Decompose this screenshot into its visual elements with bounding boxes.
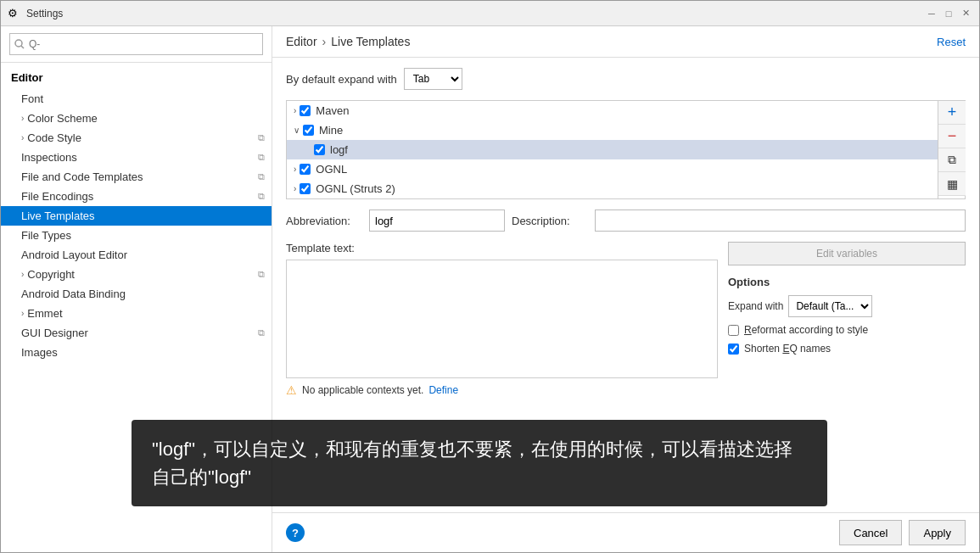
copy-template-button[interactable]: ⧉ (938, 148, 966, 172)
reformat-checkbox[interactable] (728, 325, 739, 336)
move-button[interactable]: ▦ (938, 172, 966, 196)
abbreviation-row: Abbreviation: Description: (286, 209, 966, 232)
minimize-button[interactable]: ─ (925, 7, 938, 20)
sidebar-item-android-layout-editor[interactable]: Android Layout Editor (1, 245, 272, 265)
tree-container: › Maven ∨ Mine logf (286, 100, 938, 199)
app-icon: ⚙ (8, 7, 21, 20)
expand-label: By default expand with (286, 73, 397, 86)
title-bar: ⚙ Settings ─ □ ✕ (1, 1, 979, 26)
template-text-label: Template text: (286, 242, 718, 254)
chevron-right-icon: › (294, 184, 296, 193)
template-textarea[interactable] (286, 260, 718, 378)
sidebar-item-font[interactable]: Font (1, 89, 272, 109)
sidebar-item-inspections[interactable]: Inspections ⧉ (1, 148, 272, 167)
reset-link[interactable]: Reset (937, 36, 966, 48)
maximize-button[interactable]: □ (942, 7, 955, 20)
sidebar-item-android-data-binding[interactable]: Android Data Binding (1, 284, 272, 304)
abbreviation-label: Abbreviation: (286, 215, 362, 227)
file-code-templates-label: File and Code Templates (21, 170, 143, 183)
images-label: Images (21, 346, 58, 359)
sidebar-item-file-code-templates[interactable]: File and Code Templates ⧉ (1, 167, 272, 187)
shorten-checkbox[interactable] (728, 344, 739, 355)
mine-checkbox[interactable] (303, 125, 314, 136)
sidebar-item-live-templates[interactable]: Live Templates (1, 206, 272, 226)
add-button[interactable]: + (938, 101, 966, 125)
expand-with-controls: By default expand with Tab Space Enter (286, 68, 966, 90)
panel-header: Editor › Live Templates Reset (272, 26, 979, 58)
shorten-label: Shorten EQ names (744, 343, 831, 355)
chevron-right-icon: › (21, 114, 24, 123)
reformat-label: Reformat according to style (744, 324, 868, 336)
expand-with-options-select[interactable]: Default (Ta... (788, 295, 872, 317)
inspections-label: Inspections (21, 151, 77, 164)
options-title: Options (728, 276, 966, 288)
warning-bar: ⚠ No applicable contexts yet. Define (286, 383, 718, 397)
ognl-struts2-checkbox[interactable] (300, 183, 311, 194)
cancel-button[interactable]: Cancel (839, 520, 902, 545)
tree-item-mine[interactable]: ∨ Mine (287, 120, 938, 140)
define-link[interactable]: Define (428, 384, 458, 396)
expand-select[interactable]: Tab Space Enter (404, 68, 462, 90)
search-box (1, 26, 272, 63)
tree-item-maven[interactable]: › Maven (287, 101, 938, 120)
window-title: Settings (26, 8, 925, 20)
tree-toolbar: + − ⧉ ▦ (938, 100, 966, 199)
apply-button[interactable]: Apply (909, 520, 966, 545)
copy-icon: ⧉ (258, 152, 265, 163)
sidebar-item-emmet[interactable]: › Emmet (1, 304, 272, 323)
close-button[interactable]: ✕ (959, 7, 972, 20)
sidebar-item-color-scheme[interactable]: › Color Scheme (1, 109, 272, 128)
sidebar-item-file-encodings[interactable]: File Encodings ⧉ (1, 187, 272, 206)
template-text-area: Template text: ⚠ No applicable contexts … (286, 242, 966, 397)
maven-checkbox[interactable] (300, 105, 311, 116)
template-section: Template text: ⚠ No applicable contexts … (286, 242, 718, 397)
copy-icon: ⧉ (258, 171, 265, 182)
help-button[interactable]: ? (286, 523, 305, 542)
sidebar-item-images[interactable]: Images (1, 343, 272, 362)
maven-label: Maven (316, 104, 349, 117)
shorten-row: Shorten EQ names (728, 343, 966, 355)
form-area: Abbreviation: Description: (286, 209, 966, 232)
breadcrumb-separator: › (322, 35, 327, 48)
chevron-right-icon: › (294, 106, 296, 115)
warning-icon: ⚠ (286, 383, 297, 397)
tree-item-ognl[interactable]: › OGNL (287, 159, 938, 179)
code-style-label: Code Style (27, 131, 81, 144)
copy-icon: ⧉ (258, 269, 265, 280)
expand-with-options-label: Expand with (728, 300, 783, 312)
sidebar-item-gui-designer[interactable]: GUI Designer ⧉ (1, 323, 272, 343)
chevron-down-icon: ∨ (294, 126, 300, 135)
color-scheme-label: Color Scheme (27, 112, 97, 125)
sidebar-item-copyright[interactable]: › Copyright ⧉ (1, 265, 272, 284)
options-section: Edit variables Options Expand with Defau… (728, 242, 966, 397)
logf-label: logf (330, 143, 348, 156)
search-input[interactable] (9, 33, 263, 55)
copy-icon: ⧉ (258, 191, 265, 202)
sidebar-item-file-types[interactable]: File Types (1, 226, 272, 245)
breadcrumb: Editor › Live Templates (286, 35, 410, 48)
tree-item-ognl-struts2[interactable]: › OGNL (Struts 2) (287, 179, 938, 198)
warning-text: No applicable contexts yet. (302, 384, 423, 396)
bottom-bar: ? Cancel Apply (272, 512, 979, 552)
templates-area: › Maven ∨ Mine logf (286, 100, 966, 199)
reformat-row: Reformat according to style (728, 324, 966, 336)
chevron-right-icon: › (21, 270, 24, 279)
abbreviation-input[interactable] (369, 209, 505, 232)
tree-item-logf[interactable]: logf (287, 140, 938, 159)
file-encodings-label: File Encodings (21, 190, 93, 203)
sidebar-group-editor: Editor (1, 66, 272, 89)
mine-label: Mine (319, 124, 343, 137)
sidebar-item-code-style[interactable]: › Code Style ⧉ (1, 128, 272, 148)
live-templates-label: Live Templates (21, 209, 94, 222)
file-types-label: File Types (21, 229, 71, 242)
android-data-binding-label: Android Data Binding (21, 288, 126, 300)
edit-variables-button[interactable]: Edit variables (728, 242, 966, 265)
remove-button[interactable]: − (938, 125, 966, 148)
ognl-label: OGNL (316, 163, 347, 176)
ognl-checkbox[interactable] (300, 164, 311, 175)
ognl-struts2-label: OGNL (Struts 2) (316, 182, 395, 195)
description-input[interactable] (595, 209, 966, 232)
chevron-right-icon: › (21, 133, 24, 142)
logf-checkbox[interactable] (314, 144, 325, 155)
copyright-label: Copyright (27, 268, 75, 281)
